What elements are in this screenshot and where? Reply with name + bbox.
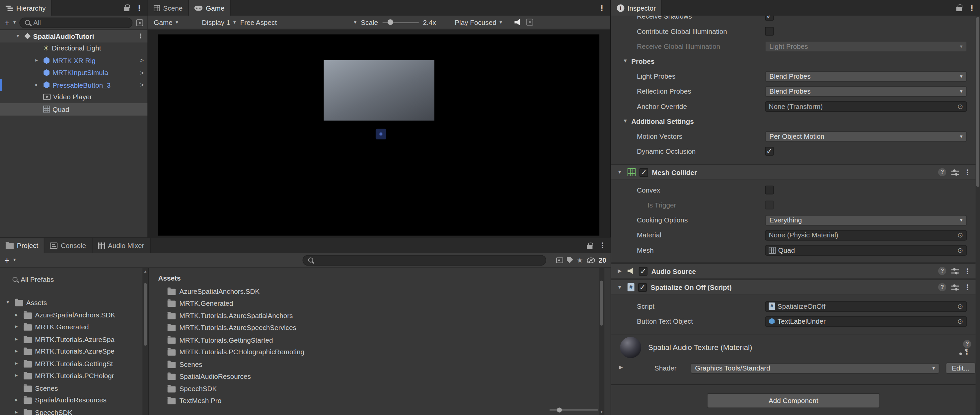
- dynamic-occlusion-checkbox[interactable]: ✓: [765, 147, 773, 155]
- foldout-icon[interactable]: ▼: [621, 119, 629, 124]
- scrollbar-thumb[interactable]: [144, 283, 147, 346]
- audio-source-header[interactable]: ▶ ✓ Audio Source ? ⋮: [611, 263, 976, 279]
- material-foldout-icon[interactable]: ▶: [617, 365, 625, 370]
- hierarchy-item-pressable-button[interactable]: ▸ PressableButton_3 >: [0, 79, 147, 91]
- icon-size-knob[interactable]: [557, 407, 562, 412]
- presets-icon[interactable]: [951, 284, 959, 291]
- tree-folder[interactable]: ▸ MRTK.Tutorials.AzureSpa: [0, 333, 148, 345]
- contribute-gi-checkbox[interactable]: [765, 27, 773, 35]
- spatialize-script-header[interactable]: ▼ # ✓ Spatialize On Off (Script) ? ⋮: [611, 279, 976, 295]
- foldout-icon[interactable]: ▸: [13, 337, 21, 342]
- shader-dropdown[interactable]: Graphics Tools/Standard ▾: [690, 363, 939, 374]
- kebab-menu-icon[interactable]: ⋮: [963, 347, 971, 356]
- foldout-icon[interactable]: ▸: [13, 398, 21, 403]
- search-by-type-icon[interactable]: [556, 257, 563, 263]
- tab-audio-mixer[interactable]: Audio Mixer: [92, 238, 150, 253]
- foldout-icon[interactable]: ▾: [14, 34, 22, 38]
- kebab-menu-icon[interactable]: ⋮: [599, 242, 606, 250]
- hidden-packages-icon[interactable]: [587, 257, 595, 263]
- kebab-menu-icon[interactable]: ⋮: [964, 284, 971, 291]
- physic-material-object-field[interactable]: None (Physic Material) ⊙: [765, 230, 967, 240]
- aspect-ratio-dropdown[interactable]: Free Aspect ▾: [240, 19, 356, 26]
- object-picker-icon[interactable]: ⊙: [958, 318, 963, 325]
- tree-root-assets[interactable]: ▾ Assets: [0, 297, 148, 309]
- component-enabled-checkbox[interactable]: ✓: [638, 283, 647, 292]
- display-target-dropdown[interactable]: Game ▾: [154, 19, 178, 26]
- mute-audio-icon[interactable]: [514, 19, 522, 26]
- display-dropdown[interactable]: Display 1 ▾: [202, 19, 235, 26]
- probes-foldout[interactable]: ▼ Probes: [611, 54, 976, 69]
- tab-project[interactable]: Project: [0, 238, 45, 253]
- foldout-icon[interactable]: ▸: [13, 313, 21, 318]
- tree-folder[interactable]: ▸ SpeechSDK: [0, 406, 148, 415]
- search-by-label-icon[interactable]: [567, 257, 573, 263]
- list-scrollbar[interactable]: ▼: [599, 268, 605, 415]
- presets-icon[interactable]: [951, 169, 959, 176]
- button-text-object-field[interactable]: TextLabelUnder ⊙: [765, 316, 967, 327]
- kebab-menu-icon[interactable]: ⋮: [136, 4, 143, 12]
- hierarchy-item-mrtk-xr-rig[interactable]: ▸ MRTK XR Rig >: [0, 54, 147, 67]
- folder-item[interactable]: Scenes: [149, 358, 611, 370]
- receive-gi-dropdown[interactable]: Light Probes ▾: [765, 41, 967, 51]
- mesh-object-field[interactable]: Quad ⊙: [765, 245, 967, 255]
- anchor-override-object-field[interactable]: None (Transform) ⊙: [765, 101, 967, 112]
- open-prefab-chevron-icon[interactable]: >: [140, 81, 147, 88]
- foldout-icon[interactable]: ▼: [616, 284, 624, 289]
- folder-item[interactable]: SpeechSDK: [149, 383, 611, 395]
- scroll-up-icon[interactable]: ▲: [143, 268, 147, 275]
- foldout-icon[interactable]: ▼: [616, 170, 624, 175]
- help-icon[interactable]: ?: [938, 267, 946, 275]
- foldout-icon[interactable]: ▸: [32, 58, 40, 63]
- foldout-icon[interactable]: ▸: [32, 82, 40, 87]
- play-focus-dropdown[interactable]: Play Focused ▾: [455, 19, 502, 26]
- edit-shader-button[interactable]: Edit...: [945, 362, 976, 374]
- material-header[interactable]: Spatial Audio Texture (Material) ? ⋮: [611, 334, 976, 361]
- tab-scene[interactable]: Scene: [148, 0, 189, 16]
- component-enabled-checkbox[interactable]: ✓: [639, 267, 648, 275]
- tree-folder[interactable]: ▸ MRTK.Tutorials.AzureSpe: [0, 345, 148, 358]
- create-asset-button[interactable]: +: [4, 255, 9, 264]
- light-probes-dropdown[interactable]: Blend Probes ▾: [765, 71, 967, 82]
- help-icon[interactable]: ?: [938, 283, 946, 291]
- script-object-field[interactable]: # SpatializeOnOff ⊙: [765, 301, 967, 311]
- foldout-icon[interactable]: ▸: [13, 361, 21, 366]
- tree-scrollbar[interactable]: ▲: [142, 268, 148, 415]
- add-component-button[interactable]: Add Component: [707, 393, 880, 408]
- foldout-icon[interactable]: ▸: [13, 349, 21, 354]
- cooking-options-dropdown[interactable]: Everything ▾: [765, 215, 967, 225]
- scrollbar-thumb[interactable]: [976, 17, 979, 187]
- object-picker-icon[interactable]: ⊙: [958, 103, 963, 110]
- kebab-menu-icon[interactable]: ⋮: [968, 4, 976, 12]
- folder-item[interactable]: MRTK.Tutorials.AzureSpeechServices: [149, 322, 611, 334]
- create-dropdown-caret[interactable]: ▾: [13, 258, 16, 263]
- object-picker-icon[interactable]: ⊙: [958, 231, 963, 238]
- create-dropdown-caret[interactable]: ▾: [13, 20, 16, 25]
- object-picker-icon[interactable]: ⊙: [958, 247, 963, 254]
- tab-hierarchy[interactable]: Hierarchy: [0, 0, 52, 16]
- tree-folder[interactable]: ▸ SpatialAudioResources: [0, 394, 148, 406]
- lock-icon[interactable]: [124, 7, 129, 11]
- receive-shadows-row[interactable]: Receive Shadows ✓: [611, 16, 976, 24]
- foldout-icon[interactable]: ▸: [13, 373, 21, 378]
- help-icon[interactable]: ?: [963, 340, 971, 348]
- folder-item[interactable]: MRTK.Generated: [149, 297, 611, 310]
- tab-game[interactable]: Game: [189, 0, 231, 16]
- folder-item[interactable]: MRTK.Tutorials.PCHolographicRemoting: [149, 346, 611, 358]
- tab-console[interactable]: Console: [45, 238, 92, 253]
- scene-kebab-icon[interactable]: ⋮: [137, 33, 147, 39]
- foldout-icon[interactable]: ▸: [13, 410, 21, 415]
- folder-item[interactable]: MRTK.Tutorials.GettingStarted: [149, 334, 611, 346]
- game-viewport[interactable]: [158, 35, 599, 236]
- scroll-down-icon[interactable]: ▼: [600, 409, 603, 415]
- saved-search-all-prefabs[interactable]: All Prefabs: [0, 273, 148, 286]
- mesh-collider-header[interactable]: ▼ ✓ Mesh Collider ? ⋮: [611, 164, 976, 180]
- hierarchy-item-mrtk-input-simulator[interactable]: MRTKInputSimula >: [0, 66, 147, 79]
- foldout-icon[interactable]: ▶: [616, 268, 624, 274]
- tree-folder[interactable]: ▸ MRTK.Tutorials.GettingSt: [0, 358, 148, 370]
- scene-row[interactable]: ▾ SpatialAudioTutori ⋮: [0, 30, 147, 42]
- folder-item[interactable]: AzureSpatialAnchors.SDK: [149, 285, 611, 297]
- open-prefab-chevron-icon[interactable]: >: [140, 69, 147, 76]
- component-enabled-checkbox[interactable]: ✓: [640, 168, 648, 176]
- foldout-icon[interactable]: ▼: [621, 59, 629, 64]
- kebab-menu-icon[interactable]: ⋮: [964, 267, 971, 275]
